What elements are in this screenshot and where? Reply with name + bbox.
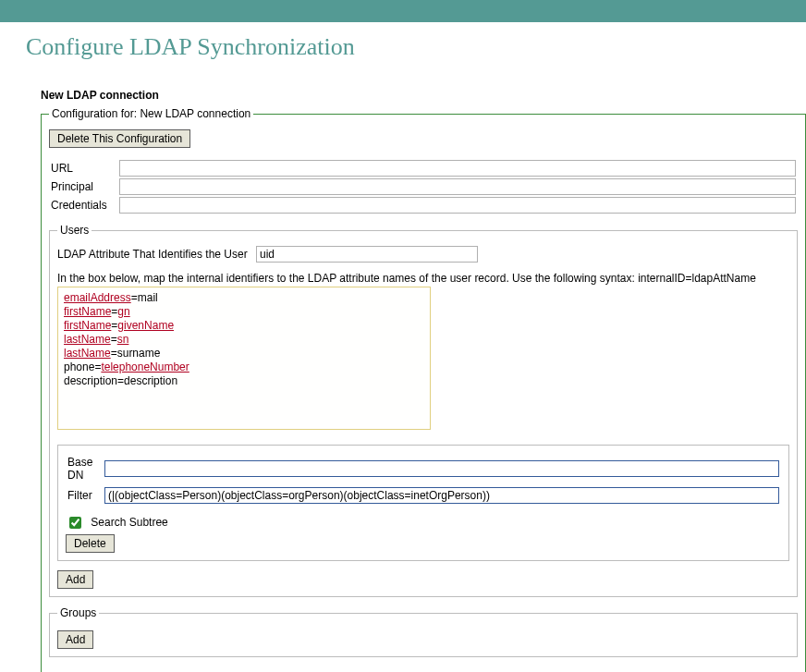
connection-heading: New LDAP connection — [41, 89, 806, 102]
delete-config-button[interactable]: Delete This Configuration — [49, 129, 190, 148]
attr-identifies-user-label: LDAP Attribute That Identifies the User — [57, 248, 248, 261]
principal-label: Principal — [49, 177, 117, 196]
top-bar — [0, 0, 806, 22]
users-legend: Users — [57, 224, 92, 237]
page-title: Configure LDAP Synchronization — [26, 33, 806, 61]
mapping-instruction: In the box below, map the internal ident… — [57, 272, 789, 285]
base-dn-input[interactable] — [104, 460, 779, 477]
search-subtree-checkbox[interactable] — [69, 517, 81, 529]
base-dn-label: Base DN — [66, 453, 103, 484]
filter-input[interactable] — [104, 487, 779, 504]
credentials-input[interactable] — [119, 197, 796, 214]
filter-label: Filter — [66, 484, 103, 507]
groups-legend: Groups — [57, 606, 99, 619]
config-fieldset: Configuration for: New LDAP connection D… — [41, 107, 806, 672]
config-legend: Configuration for: New LDAP connection — [49, 107, 253, 120]
delete-button[interactable]: Delete — [66, 534, 115, 553]
users-fieldset: Users LDAP Attribute That Identifies the… — [49, 224, 798, 597]
uid-input[interactable] — [256, 246, 478, 263]
url-label: URL — [49, 159, 117, 177]
search-subtree-label: Search Subtree — [91, 516, 167, 529]
add-group-search-button[interactable]: Add — [57, 630, 93, 649]
principal-input[interactable] — [119, 178, 796, 195]
base-dn-fieldset: Base DN Filter Search Subtree Delete — [57, 445, 789, 561]
credentials-label: Credentials — [49, 196, 117, 214]
add-user-search-button[interactable]: Add — [57, 570, 93, 589]
mapping-textarea[interactable]: emailAddress=mailfirstName=gnfirstName=g… — [57, 287, 431, 430]
groups-fieldset: Groups Add — [49, 606, 798, 657]
url-input[interactable] — [119, 160, 796, 177]
